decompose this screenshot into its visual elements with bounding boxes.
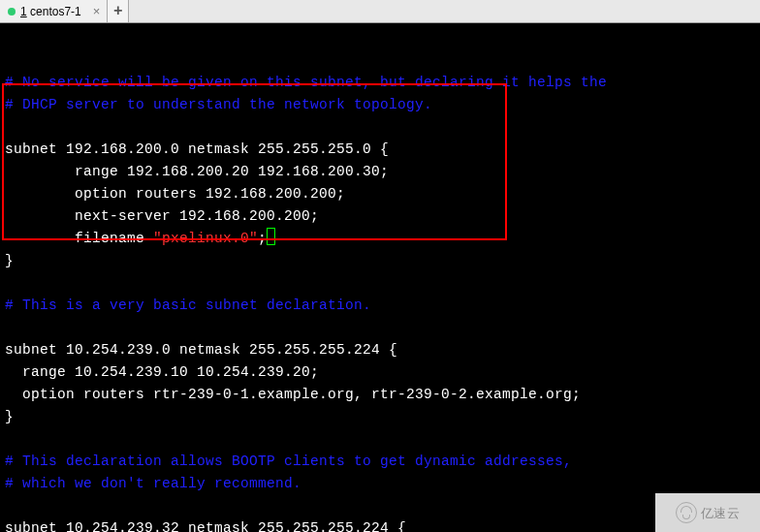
cursor-icon <box>267 228 275 245</box>
code-line: option routers 192.168.200.200; <box>5 186 345 202</box>
new-tab-button[interactable]: + <box>108 0 129 22</box>
terminal-tab[interactable]: 1 centos7-1 × <box>0 0 108 22</box>
watermark: 亿速云 <box>655 493 760 532</box>
close-icon[interactable]: × <box>90 4 104 18</box>
code-line: option routers rtr-239-0-1.example.org, … <box>5 387 581 402</box>
tab-label: 1 centos7-1 <box>20 5 81 18</box>
terminal-content[interactable]: # No service will be given on this subne… <box>0 23 760 532</box>
tab-bar: 1 centos7-1 × + <box>0 0 760 23</box>
cloud-icon <box>676 502 697 523</box>
code-comment: # No service will be given on this subne… <box>5 75 607 90</box>
code-line: } <box>5 253 14 268</box>
code-line: range 10.254.239.10 10.254.239.20; <box>5 364 319 380</box>
watermark-text: 亿速云 <box>701 502 740 524</box>
status-dot-icon <box>8 8 16 16</box>
string-literal: "pxelinux.0" <box>153 231 258 246</box>
code-line: next-server 192.168.200.200; <box>5 208 319 224</box>
code-line: subnet 192.168.200.0 netmask 255.255.255… <box>5 141 389 157</box>
code-line: subnet 10.254.239.0 netmask 255.255.255.… <box>5 342 397 358</box>
code-comment: # DHCP server to understand the network … <box>5 97 432 112</box>
code-line: range 192.168.200.20 192.168.200.30; <box>5 164 389 179</box>
code-line: subnet 10.254.239.32 netmask 255.255.255… <box>5 520 406 532</box>
code-line: } <box>5 409 14 424</box>
code-comment: # This is a very basic subnet declaratio… <box>5 297 371 313</box>
code-comment: # which we don't really recommend. <box>5 476 301 491</box>
code-line: filename "pxelinux.0"; <box>5 231 275 246</box>
code-comment: # This declaration allows BOOTP clients … <box>5 454 572 469</box>
